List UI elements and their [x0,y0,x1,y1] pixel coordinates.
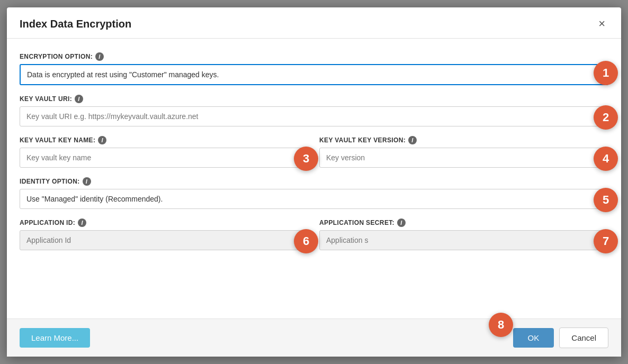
encryption-option-group: 1 ENCRYPTION OPTION: i Data is encrypted… [20,50,608,85]
step-badge-1: 1 [594,61,618,85]
identity-option-group: 5 IDENTITY OPTION: i Use "Managed" ident… [20,177,608,209]
key-vault-key-version-group: 4 KEY VAULT KEY VERSION: i [319,136,608,168]
learn-more-button[interactable]: Learn More... [20,328,90,348]
application-secret-label: APPLICATION SECRET: i [319,219,608,227]
dialog-header: Index Data Encryption × [7,7,621,39]
index-data-encryption-dialog: Index Data Encryption × 1 ENCRYPTION OPT… [7,7,621,357]
key-vault-key-version-label: KEY VAULT KEY VERSION: i [319,136,608,144]
step-badge-6: 6 [294,229,318,253]
application-id-input[interactable] [20,230,309,250]
application-secret-info-icon[interactable]: i [397,219,406,227]
key-name-version-row: 3 KEY VAULT KEY NAME: i 4 KEY VAULT KEY … [20,136,608,168]
dialog-body: 1 ENCRYPTION OPTION: i Data is encrypted… [7,39,621,319]
key-vault-uri-input[interactable] [20,106,608,126]
step-badge-5: 5 [594,188,618,212]
identity-option-select-wrapper: Use "Managed" identity (Recommended).Use… [20,189,608,209]
close-button[interactable]: × [595,17,608,31]
dialog-title: Index Data Encryption [20,18,131,30]
encryption-option-select-wrapper: Data is encrypted at rest using "Custome… [20,64,608,85]
key-vault-key-name-info-icon[interactable]: i [98,136,106,144]
key-vault-uri-group: 2 KEY VAULT URI: i [20,95,608,126]
application-secret-group: 7 APPLICATION SECRET: i [319,219,608,250]
step-badge-3: 3 [294,147,318,171]
application-id-label: APPLICATION ID: i [20,219,309,227]
identity-option-label: IDENTITY OPTION: i [20,177,608,186]
step-badge-4: 4 [594,147,618,171]
app-id-secret-row: 6 APPLICATION ID: i 7 APPLICATION SECRET… [20,219,608,250]
step-badge-7: 7 [594,229,618,253]
key-vault-key-version-info-icon[interactable]: i [408,136,417,144]
application-id-group: 6 APPLICATION ID: i [20,219,309,250]
key-vault-key-version-input[interactable] [319,148,608,168]
ok-button[interactable]: OK [513,328,554,348]
key-vault-uri-info-icon[interactable]: i [75,95,83,103]
encryption-option-label: ENCRYPTION OPTION: i [20,52,608,61]
cancel-button[interactable]: Cancel [559,327,608,348]
encryption-option-select[interactable]: Data is encrypted at rest using "Custome… [20,64,608,85]
footer-actions: 8 OK Cancel [513,327,608,348]
key-vault-key-name-group: 3 KEY VAULT KEY NAME: i [20,136,309,168]
identity-option-select[interactable]: Use "Managed" identity (Recommended).Use… [20,189,608,209]
step-badge-8: 8 [489,313,513,337]
key-vault-uri-label: KEY VAULT URI: i [20,95,608,103]
step-badge-2: 2 [594,105,618,130]
application-secret-input[interactable] [319,230,608,250]
key-vault-key-name-input[interactable] [20,148,309,168]
dialog-footer: Learn More... 8 OK Cancel [7,319,621,357]
identity-option-info-icon[interactable]: i [83,177,91,186]
key-vault-key-name-label: KEY VAULT KEY NAME: i [20,136,309,144]
encryption-option-info-icon[interactable]: i [95,52,104,61]
application-id-info-icon[interactable]: i [78,219,86,227]
